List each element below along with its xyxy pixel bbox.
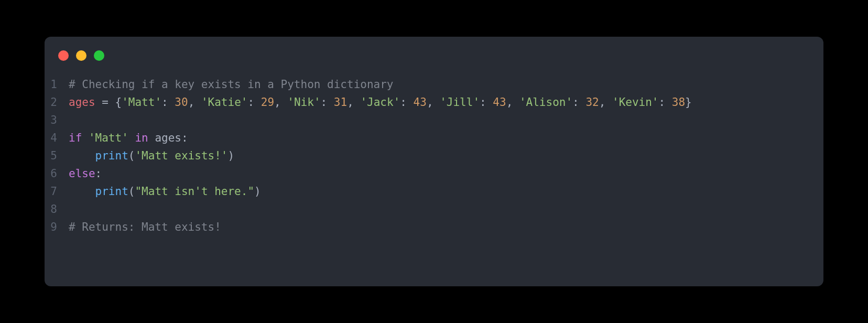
token-punct: ) bbox=[254, 185, 261, 198]
code-line: 8 bbox=[45, 200, 823, 218]
token-number: 43 bbox=[414, 96, 427, 109]
token-punct bbox=[69, 149, 95, 162]
token-keyword: in bbox=[135, 132, 148, 144]
code-window: 1# Checking if a key exists in a Python … bbox=[45, 37, 823, 286]
code-content bbox=[69, 200, 823, 218]
line-number: 9 bbox=[45, 218, 69, 236]
line-number: 5 bbox=[45, 147, 69, 165]
token-punct: : bbox=[659, 96, 672, 109]
code-content: print("Matt isn't here.") bbox=[69, 182, 823, 200]
token-punct: , bbox=[188, 96, 201, 109]
token-punct: : bbox=[572, 96, 585, 109]
token-punct bbox=[128, 132, 135, 144]
token-keyword: else bbox=[69, 167, 95, 180]
code-line: 1# Checking if a key exists in a Python … bbox=[45, 76, 823, 93]
code-line: 4if 'Matt' in ages: bbox=[45, 129, 823, 147]
token-string: 'Matt' bbox=[89, 132, 128, 144]
token-punct: , bbox=[274, 96, 287, 109]
token-punct: ( bbox=[128, 185, 135, 198]
code-line: 3 bbox=[45, 111, 823, 129]
line-number: 4 bbox=[45, 129, 69, 147]
token-string: 'Jill' bbox=[440, 96, 480, 109]
token-red: ages bbox=[69, 96, 102, 109]
token-builtin: print bbox=[95, 185, 128, 198]
token-builtin: print bbox=[95, 149, 128, 162]
code-content: if 'Matt' in ages: bbox=[69, 129, 823, 147]
code-block: 1# Checking if a key exists in a Python … bbox=[45, 76, 823, 236]
token-punct: } bbox=[685, 96, 692, 109]
token-comment: # Checking if a key exists in a Python d… bbox=[69, 78, 394, 91]
code-content bbox=[69, 111, 823, 129]
token-string: 'Alison' bbox=[519, 96, 572, 109]
token-punct: : bbox=[400, 96, 413, 109]
token-punct: , bbox=[427, 96, 440, 109]
token-string: 'Matt exists!' bbox=[135, 149, 227, 162]
token-op: = bbox=[102, 96, 115, 109]
code-content: # Checking if a key exists in a Python d… bbox=[69, 76, 823, 93]
token-punct: : bbox=[95, 167, 102, 180]
token-number: 32 bbox=[585, 96, 599, 109]
code-content: else: bbox=[69, 165, 823, 182]
line-number: 8 bbox=[45, 200, 69, 218]
code-content: ages = {'Matt': 30, 'Katie': 29, 'Nik': … bbox=[69, 93, 823, 111]
token-punct: , bbox=[347, 96, 360, 109]
line-number: 1 bbox=[45, 76, 69, 93]
code-line: 5 print('Matt exists!') bbox=[45, 147, 823, 165]
token-ident: ages: bbox=[148, 132, 188, 144]
code-line: 2ages = {'Matt': 30, 'Katie': 29, 'Nik':… bbox=[45, 93, 823, 111]
token-number: 38 bbox=[672, 96, 685, 109]
token-punct: : bbox=[480, 96, 493, 109]
token-comment: # Returns: Matt exists! bbox=[69, 221, 221, 233]
token-string: 'Nik' bbox=[287, 96, 320, 109]
code-line: 6else: bbox=[45, 165, 823, 182]
line-number: 7 bbox=[45, 182, 69, 200]
line-number: 6 bbox=[45, 165, 69, 182]
code-line: 7 print("Matt isn't here.") bbox=[45, 182, 823, 200]
token-punct: { bbox=[115, 96, 122, 109]
token-string: 'Jack' bbox=[360, 96, 400, 109]
token-string: 'Matt' bbox=[122, 96, 161, 109]
window-traffic-lights bbox=[45, 50, 823, 76]
line-number: 2 bbox=[45, 93, 69, 111]
line-number: 3 bbox=[45, 111, 69, 129]
minimize-icon[interactable] bbox=[76, 50, 86, 61]
code-content: # Returns: Matt exists! bbox=[69, 218, 823, 236]
token-number: 29 bbox=[261, 96, 274, 109]
code-line: 9# Returns: Matt exists! bbox=[45, 218, 823, 236]
token-string: 'Kevin' bbox=[612, 96, 659, 109]
token-number: 43 bbox=[493, 96, 506, 109]
token-string: "Matt isn't here." bbox=[135, 185, 254, 198]
token-keyword: if bbox=[69, 132, 89, 144]
token-punct: , bbox=[506, 96, 519, 109]
token-punct: , bbox=[599, 96, 612, 109]
token-punct: : bbox=[247, 96, 261, 109]
close-icon[interactable] bbox=[58, 50, 69, 61]
token-punct bbox=[69, 185, 95, 198]
token-punct: ( bbox=[128, 149, 135, 162]
token-punct: : bbox=[161, 96, 175, 109]
token-string: 'Katie' bbox=[201, 96, 248, 109]
zoom-icon[interactable] bbox=[94, 50, 104, 61]
code-content: print('Matt exists!') bbox=[69, 147, 823, 165]
token-punct: ) bbox=[227, 149, 234, 162]
token-number: 30 bbox=[175, 96, 188, 109]
token-number: 31 bbox=[334, 96, 347, 109]
token-punct: : bbox=[321, 96, 334, 109]
